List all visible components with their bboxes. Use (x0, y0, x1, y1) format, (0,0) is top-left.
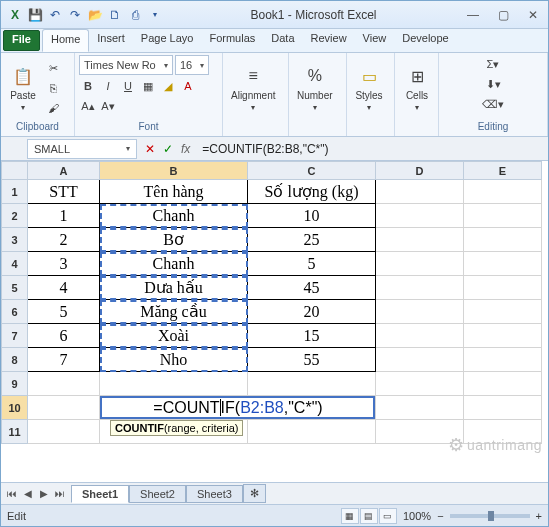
row-header[interactable]: 5 (2, 276, 28, 300)
save-icon[interactable]: 💾 (27, 7, 43, 23)
italic-button[interactable]: I (99, 77, 117, 95)
cancel-formula-icon[interactable]: ✕ (145, 142, 155, 156)
cell[interactable] (464, 276, 542, 300)
cell[interactable]: 55 (248, 348, 376, 372)
font-name-select[interactable]: Times New Ro▾ (79, 55, 173, 75)
cell[interactable] (464, 228, 542, 252)
underline-button[interactable]: U (119, 77, 137, 95)
sheet-tab-3[interactable]: Sheet3 (186, 485, 243, 503)
cell-a1[interactable]: STT (28, 180, 100, 204)
row-header[interactable]: 8 (2, 348, 28, 372)
row-header[interactable]: 2 (2, 204, 28, 228)
qat-dropdown-icon[interactable]: ▾ (147, 7, 163, 23)
cell[interactable]: Nho (100, 348, 248, 372)
cell[interactable]: 5 (28, 300, 100, 324)
select-all-corner[interactable] (2, 162, 28, 180)
col-header-c[interactable]: C (248, 162, 376, 180)
new-sheet-button[interactable]: ✻ (243, 484, 266, 503)
cell[interactable] (376, 276, 464, 300)
cell[interactable] (464, 324, 542, 348)
cell[interactable] (464, 372, 542, 396)
cell[interactable] (248, 420, 376, 444)
tab-data[interactable]: Data (263, 29, 302, 52)
cell[interactable]: Măng cầu (100, 300, 248, 324)
name-box[interactable]: SMALL▾ (27, 139, 137, 159)
bold-button[interactable]: B (79, 77, 97, 95)
tab-developer[interactable]: Develope (394, 29, 456, 52)
cell[interactable]: 7 (28, 348, 100, 372)
formula-bar-input[interactable]: =COUNTIF(B2:B8,"C*") (198, 142, 548, 156)
last-sheet-icon[interactable]: ⏭ (53, 488, 67, 499)
cell[interactable]: 15 (248, 324, 376, 348)
cell-b1[interactable]: Tên hàng (100, 180, 248, 204)
paste-button[interactable]: 📋 Paste ▾ (5, 55, 41, 121)
tab-home[interactable]: Home (42, 29, 89, 52)
zoom-out-button[interactable]: − (437, 510, 443, 522)
format-painter-icon[interactable]: 🖌 (44, 99, 62, 117)
cell[interactable]: Chanh (100, 204, 248, 228)
cell[interactable] (376, 300, 464, 324)
decrease-font-icon[interactable]: A▾ (99, 97, 117, 115)
excel-icon[interactable]: X (7, 7, 23, 23)
cell[interactable] (376, 228, 464, 252)
maximize-button[interactable]: ▢ (488, 4, 518, 26)
row-header[interactable]: 10 (2, 396, 28, 420)
cell[interactable]: 5 (248, 252, 376, 276)
tab-view[interactable]: View (355, 29, 395, 52)
row-header[interactable]: 7 (2, 324, 28, 348)
fill-color-button[interactable]: ◢ (159, 77, 177, 95)
new-icon[interactable]: 🗋 (107, 7, 123, 23)
cell[interactable] (464, 396, 542, 420)
col-header-a[interactable]: A (28, 162, 100, 180)
cell[interactable] (28, 396, 100, 420)
cell[interactable] (376, 180, 464, 204)
font-color-button[interactable]: A (179, 77, 197, 95)
tab-review[interactable]: Review (303, 29, 355, 52)
tab-formulas[interactable]: Formulas (201, 29, 263, 52)
alignment-button[interactable]: ≡ Alignment ▾ (227, 55, 279, 121)
cell[interactable]: 2 (28, 228, 100, 252)
number-button[interactable]: % Number ▾ (293, 55, 337, 121)
row-header[interactable]: 4 (2, 252, 28, 276)
zoom-in-button[interactable]: + (536, 510, 542, 522)
cell[interactable]: 4 (28, 276, 100, 300)
row-header[interactable]: 1 (2, 180, 28, 204)
cell[interactable] (464, 204, 542, 228)
col-header-d[interactable]: D (376, 162, 464, 180)
cell[interactable] (464, 300, 542, 324)
cell[interactable] (28, 372, 100, 396)
cell[interactable] (376, 324, 464, 348)
cells-button[interactable]: ⊞ Cells ▾ (399, 55, 435, 121)
worksheet-area[interactable]: A B C D E 1 STT Tên hàng Số lượng (kg) 2… (1, 161, 548, 482)
cell[interactable]: 1 (28, 204, 100, 228)
cell[interactable] (376, 396, 464, 420)
cell[interactable] (28, 420, 100, 444)
increase-font-icon[interactable]: A▴ (79, 97, 97, 115)
tab-file[interactable]: File (3, 30, 40, 51)
cell[interactable] (248, 372, 376, 396)
cell[interactable]: Bơ (100, 228, 248, 252)
active-cell-b10[interactable]: =COUNTIF(B2:B8,"C*") COUNTIF(range, crit… (100, 396, 376, 420)
cell[interactable]: Xoài (100, 324, 248, 348)
cell[interactable]: Chanh (100, 252, 248, 276)
tab-insert[interactable]: Insert (89, 29, 133, 52)
cell[interactable]: 6 (28, 324, 100, 348)
styles-button[interactable]: ▭ Styles ▾ (351, 55, 387, 121)
cell[interactable]: 45 (248, 276, 376, 300)
cut-icon[interactable]: ✂ (44, 59, 62, 77)
col-header-b[interactable]: B (100, 162, 248, 180)
cell[interactable] (376, 348, 464, 372)
cell[interactable] (100, 372, 248, 396)
cell[interactable]: 10 (248, 204, 376, 228)
row-header[interactable]: 9 (2, 372, 28, 396)
row-header[interactable]: 3 (2, 228, 28, 252)
row-header[interactable]: 6 (2, 300, 28, 324)
row-header[interactable]: 11 (2, 420, 28, 444)
view-break-button[interactable]: ▭ (379, 508, 397, 524)
cell[interactable] (376, 204, 464, 228)
cell-c1[interactable]: Số lượng (kg) (248, 180, 376, 204)
copy-icon[interactable]: ⎘ (44, 79, 62, 97)
cell[interactable] (464, 348, 542, 372)
fill-icon[interactable]: ⬇▾ (484, 75, 502, 93)
minimize-button[interactable]: — (458, 4, 488, 26)
